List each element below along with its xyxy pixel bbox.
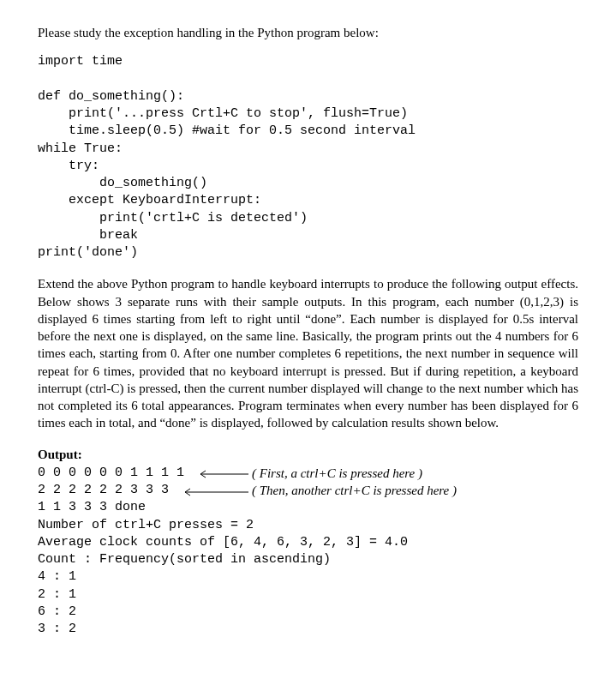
intro-text: Please study the exception handling in t… [38,24,578,41]
output-annotation: ( Then, another ctrl+C is pressed here ) [252,482,457,499]
explanation-paragraph: Extend the above Python program to handl… [38,275,578,431]
code-line: print('...press Crtl+C to stop', flush=T… [38,106,408,121]
left-arrow-icon [176,482,252,499]
output-line: Number of ctrl+C presses = 2 [38,517,578,534]
output-text: 0 0 0 0 0 0 1 1 1 1 [38,465,192,482]
code-line: while True: [38,141,123,156]
output-line: Average clock counts of [6, 4, 6, 3, 2, … [38,534,578,551]
code-line: import time [38,54,123,69]
code-line: do_something() [38,176,207,190]
output-line: Count : Frequency(sorted in ascending) [38,551,578,568]
code-line: except KeyboardInterrupt: [38,193,261,207]
output-heading: Output: [38,446,578,463]
output-row-2: 2 2 2 2 2 2 3 3 3 ( Then, another ctrl+C… [38,482,578,499]
code-line: time.sleep(0.5) #wait for 0.5 second int… [38,123,416,138]
code-line: try: [38,159,99,173]
output-line: 4 : 1 [38,568,578,586]
output-line: 1 1 3 3 3 done [38,499,578,516]
output-text: 2 2 2 2 2 2 3 3 3 [38,482,176,499]
left-arrow-icon [192,465,252,482]
output-row-1: 0 0 0 0 0 0 1 1 1 1 ( First, a ctrl+C is… [38,465,578,482]
output-annotation: ( First, a ctrl+C is pressed here ) [252,465,422,482]
code-line: print('crtl+C is detected') [38,211,308,225]
code-line: def do_something(): [38,89,184,104]
code-line: break [38,228,138,243]
output-line: 3 : 2 [38,621,578,638]
output-line: 6 : 2 [38,604,578,621]
code-block: import time def do_something(): print('.… [38,53,578,261]
output-line: 2 : 1 [38,586,578,604]
code-line: print('done') [38,245,138,260]
